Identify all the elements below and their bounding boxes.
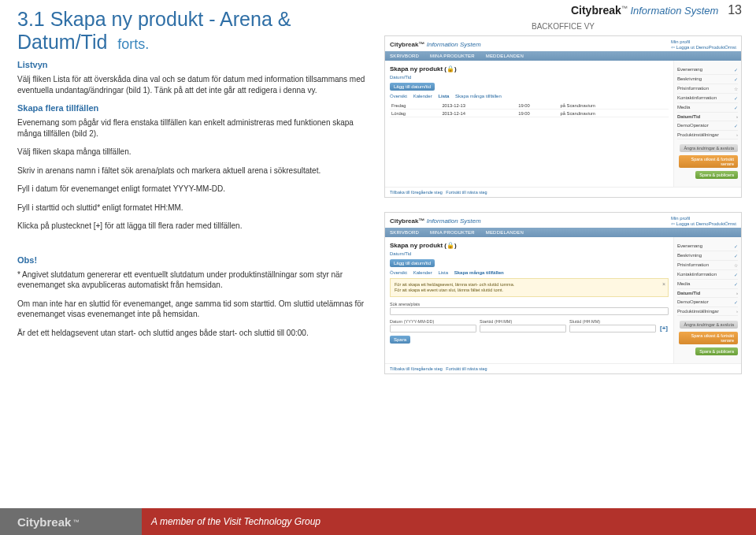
starttime-label: Starttid (HH:MM) [480, 319, 566, 324]
trademark-icon: ™ [621, 5, 628, 12]
sidebar-item[interactable]: Beskrivning [677, 75, 738, 84]
cell-day: Fredag [390, 102, 440, 110]
chevron-right-icon [736, 291, 738, 295]
sidebar-item-active[interactable]: Datum/Tid [677, 113, 738, 121]
nav-meddelanden[interactable]: MEDDELANDEN [486, 54, 524, 58]
next-step-link[interactable]: Fortsätt till nästa steg [446, 190, 487, 195]
tab-oversikt[interactable]: Översikt [390, 270, 407, 275]
sidebar-label: DemoOperator [677, 123, 709, 128]
sidebar-item[interactable]: Beskrivning [677, 251, 738, 261]
nav-mina-produkter[interactable]: MINA PRODUKTER [430, 54, 475, 58]
prev-step-link[interactable]: Tillbaka till föregående steg [390, 190, 443, 195]
sidebar-item[interactable]: Evenemang [677, 65, 738, 75]
sidebar-label: Produktinställningar [677, 309, 719, 314]
save-publish-button[interactable]: Spara & publicera [695, 171, 738, 179]
check-icon [734, 243, 738, 249]
check-icon [734, 281, 738, 287]
screenshot-create-many: Citybreak™ Information System Min profil… [384, 212, 742, 374]
sidebar-buttons: Ångra ändringar & avsluta Spara utkast &… [677, 144, 738, 182]
sidebar-item[interactable]: DemoOperator [677, 298, 738, 307]
sidebar-item-active[interactable]: Datum/Tid [677, 289, 738, 298]
mock-nav: SKRIVBORD MINA PRODUKTER MEDDELANDEN [385, 51, 741, 61]
cell-date: 2013-12-14 [440, 110, 517, 117]
screenshot-list-view: Citybreak™ Information System Min profil… [384, 35, 742, 198]
cell-date: 2013-12-13 [440, 102, 517, 110]
profile-link[interactable]: Min profil [671, 216, 690, 221]
hint-line: För att skapa ett event utan slut, lämna… [395, 288, 664, 293]
mock-brand: Citybreak™ Information System [390, 41, 481, 48]
starttime-input[interactable] [480, 325, 566, 333]
mock-bottom-nav: Tillbaka till föregående steg Fortsätt t… [385, 363, 741, 373]
endtime-input[interactable] [569, 325, 656, 333]
sidebar-label: Beskrivning [677, 253, 702, 258]
brand-product: Information System [630, 5, 718, 17]
nav-meddelanden[interactable]: MEDDELANDEN [486, 230, 524, 235]
sidebar-buttons: Ångra ändringar & avsluta Spara utkast &… [677, 321, 738, 359]
close-icon[interactable]: × [662, 281, 665, 288]
save-draft-button[interactable]: Spara utkast & fortsätt senare [679, 155, 738, 168]
brand-name: Citybreak [571, 4, 621, 17]
footer-logo: Citybreak™ [0, 508, 142, 535]
section-heading-skapa-flera: Skapa flera tillfällen [17, 103, 369, 113]
sidebar-item[interactable]: Prisinformation [677, 261, 738, 270]
sidebar-label: Evenemang [677, 243, 702, 249]
mock-title-text: Skapa ny produkt (🔒) [390, 65, 457, 72]
sidebar-label: Kontaktinformation [677, 272, 717, 277]
paragraph: Klicka på plustecknet [+] för att lägga … [17, 221, 369, 232]
date-label: Datum (YYYY-MM-DD) [390, 319, 476, 324]
paragraph: Fyll i starttid och sluttid* enligt form… [17, 202, 369, 214]
add-row-plus-button[interactable]: [+] [659, 325, 669, 333]
logout-link[interactable]: ⇦ Logga ut DemoProduktÖrnst [671, 45, 736, 50]
tab-kalender[interactable]: Kalender [413, 94, 432, 98]
undo-button[interactable]: Ångra ändringar & avsluta [680, 321, 738, 329]
endtime-label: Sluttid (HH:MM) [569, 319, 656, 324]
tab-lista[interactable]: Lista [438, 270, 448, 275]
search-arena-input[interactable] [390, 307, 669, 315]
sidebar-item[interactable]: DemoOperator [677, 121, 738, 131]
next-step-link[interactable]: Fortsätt till nästa steg [446, 366, 487, 371]
sidebar-item[interactable]: Evenemang [677, 242, 738, 251]
sidebar-item[interactable]: Media [677, 103, 738, 113]
paragraph: Om man inte har en sluttid för evenemang… [17, 299, 369, 320]
nav-skrivbord[interactable]: SKRIVBORD [390, 230, 419, 235]
mock-tabs: Översikt Kalender Lista Skapa många till… [390, 94, 669, 98]
trademark-icon: ™ [72, 518, 79, 526]
save-publish-button[interactable]: Spara & publicera [695, 347, 738, 355]
sidebar-item[interactable]: Media [677, 280, 738, 289]
add-datetime-button[interactable]: Lägg till datum/tid [390, 83, 435, 91]
tab-skapa-manga[interactable]: Skapa många tillfällen [454, 270, 504, 275]
tab-oversikt[interactable]: Översikt [390, 94, 407, 98]
mock-profile-area: Min profil ⇦ Logga ut DemoProduktÖrnst [671, 39, 736, 50]
tab-skapa-manga[interactable]: Skapa många tillfällen [455, 94, 502, 98]
undo-button[interactable]: Ångra ändringar & avsluta [680, 144, 738, 152]
hint-line: För att skapa ett heldagsevent, lämna st… [395, 282, 664, 288]
sidebar-item[interactable]: Kontaktinformation [677, 94, 738, 103]
sidebar-item[interactable]: Prisinformation [677, 84, 738, 94]
cell-day: Lördag [390, 110, 440, 117]
mock-title: Skapa ny produkt (🔒) [390, 242, 669, 249]
sidebar-label: DemoOperator [677, 299, 709, 305]
paragraph: Fyll i datum för evenemanget enligt form… [17, 184, 369, 195]
section-heading-obs: Obs! [17, 255, 369, 265]
sidebar-item[interactable]: Produktinställningar [677, 131, 738, 139]
sidebar-item[interactable]: Produktinställningar [677, 307, 738, 316]
sidebar-label: Kontaktinformation [677, 95, 717, 101]
sidebar-label: Prisinformation [677, 262, 709, 268]
sidebar-item[interactable]: Kontaktinformation [677, 270, 738, 280]
nav-mina-produkter[interactable]: MINA PRODUKTER [430, 230, 475, 235]
save-draft-button[interactable]: Spara utkast & fortsätt senare [679, 332, 738, 344]
tab-lista[interactable]: Lista [438, 94, 449, 98]
hint-box: × För att skapa ett heldagsevent, lämna … [390, 278, 669, 297]
page-number: 13 [724, 3, 742, 17]
footer-tagline-bar: A member of the Visit Technology Group [142, 508, 756, 535]
save-button[interactable]: Spara [390, 336, 410, 344]
tab-kalender[interactable]: Kalender [413, 270, 432, 275]
body-text-column: 3.1 Skapa ny produkt - Arena & Datum/Tid… [0, 0, 378, 504]
date-input[interactable] [390, 325, 476, 333]
nav-skrivbord[interactable]: SKRIVBORD [390, 54, 419, 58]
prev-step-link[interactable]: Tillbaka till föregående steg [390, 366, 443, 371]
add-datetime-button[interactable]: Lägg till datum/tid [390, 259, 435, 267]
mock-brand-product: Information System [427, 41, 481, 48]
profile-link[interactable]: Min profil [671, 39, 690, 44]
logout-link[interactable]: ⇦ Logga ut DemoProduktÖrnst [671, 221, 736, 226]
